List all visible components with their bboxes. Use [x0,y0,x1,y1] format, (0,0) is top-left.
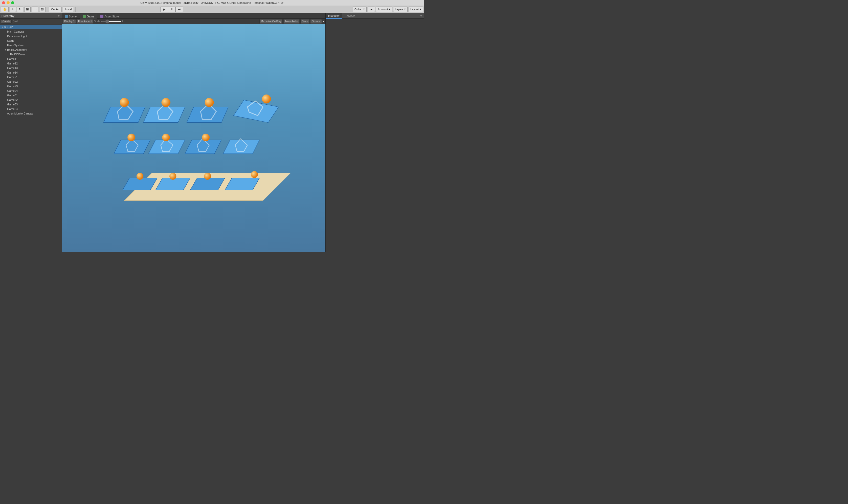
inspector-panel: Inspector Services ▼ [325,13,424,252]
hierarchy-item-game13[interactable]: Game13 [0,66,62,70]
cloud-button[interactable]: ☁ [368,6,375,12]
hierarchy-panel: Hierarchy ▼ Create Q All ▼3DBall*Main Ca… [0,13,62,252]
hierarchy-item-label: Game32 [7,98,18,101]
stats-button[interactable]: Stats [300,19,309,24]
hierarchy-item-game12[interactable]: Game12 [0,61,62,66]
layers-button[interactable]: Layers ▾ [393,6,408,12]
hierarchy-item-game34[interactable]: Game34 [0,107,62,111]
hierarchy-item-label: Directional Light [7,35,27,38]
hierarchy-item-ball3dacademy[interactable]: ▼Ball3DAcademy [0,48,62,52]
arrow-icon: ▼ [4,48,7,51]
pause-button[interactable]: ⏸ [168,6,175,12]
asset-store-icon [100,15,103,18]
collab-label: Collab [354,8,362,11]
aspect-select[interactable]: Free Aspect [77,19,93,24]
inspector-tab-services[interactable]: Services [342,13,358,19]
services-label: Services [344,14,355,17]
layout-label: Layout [410,8,419,11]
game-toolbar-right: Maximize On Play Mute Audio Stats Gizmos… [260,19,324,24]
scene-icon [65,15,68,18]
tab-game-label: Game [87,15,94,18]
hierarchy-item-label: Game14 [7,71,18,74]
hierarchy-header: Hierarchy ▼ [0,13,62,19]
hierarchy-item-game11[interactable]: Game11 [0,57,62,61]
hierarchy-item-directional-light[interactable]: Directional Light [0,34,62,38]
separator-1 [47,7,47,12]
game-toolbar: Display 1 Free Aspect Scale 2x Maximize … [62,19,325,24]
rotate-tool-button[interactable]: ↻ [17,6,23,12]
scale-value: 2x [122,20,125,23]
hierarchy-item-game21[interactable]: Game21 [0,75,62,79]
hierarchy-item-game24[interactable]: Game24 [0,88,62,93]
hierarchy-item-ball3dbrain[interactable]: Ball3DBrain [0,52,62,57]
hierarchy-item-label: AgentMonitorCanvas [7,112,33,115]
maximize-on-play-button[interactable]: Maximize On Play [260,19,283,24]
window-title: Unity 2018.2.1f1 Personal (64bit) - 3DBa… [140,1,283,4]
main-layout: Hierarchy ▼ Create Q All ▼3DBall*Main Ca… [0,13,424,252]
hierarchy-item-stage[interactable]: Stage [0,38,62,43]
hierarchy-item-game14[interactable]: Game14 [0,70,62,75]
hierarchy-item-game22[interactable]: Game22 [0,79,62,84]
hierarchy-item-game31[interactable]: Game31 [0,93,62,97]
rect-tool-button[interactable]: ▭ [32,6,38,12]
mute-audio-button[interactable]: Mute Audio [284,19,299,24]
play-button[interactable]: ▶ [160,6,168,12]
hierarchy-item-label: Stage [7,39,14,42]
scale-slider-input[interactable] [101,21,121,22]
hierarchy-create-button[interactable]: Create [1,19,12,23]
display-select[interactable]: Display 1 [63,19,76,24]
hierarchy-item-eventsystem[interactable]: EventSystem [0,43,62,48]
layers-arrow: ▾ [404,7,406,11]
separator-2 [75,7,76,12]
hierarchy-item-3dball[interactable]: ▼3DBall* [0,25,62,29]
hierarchy-item-label: Game12 [7,62,18,65]
hierarchy-item-label: Ball3DAcademy [7,48,27,51]
hand-tool-button[interactable]: ✋ [1,6,8,12]
svg-point-11 [127,134,135,141]
local-button[interactable]: Local [63,6,74,12]
tab-scene-label: Scene [69,15,76,18]
hierarchy-item-label: EventSystem [7,44,23,47]
collab-button[interactable]: Collab ▾ [353,6,367,12]
hierarchy-item-game32[interactable]: Game32 [0,97,62,102]
transform-tool-button[interactable]: ⊡ [39,6,46,12]
svg-point-4 [170,173,176,180]
tab-game[interactable]: Game [80,14,97,19]
inspector-tab-inspector[interactable]: Inspector [326,13,342,19]
step-button[interactable]: ⏭ [175,6,183,12]
pivot-button[interactable]: Center [49,6,62,12]
hierarchy-item-game23[interactable]: Game23 [0,84,62,88]
maximize-button[interactable] [11,1,14,4]
local-label: Local [65,8,72,11]
tab-asset-store[interactable]: Asset Store [98,14,122,19]
account-button[interactable]: Account ▾ [376,6,392,12]
window-controls[interactable] [2,1,14,4]
close-button[interactable] [2,1,5,4]
hierarchy-toolbar: Create Q All [0,19,62,24]
svg-point-31 [262,94,271,104]
gizmos-button[interactable]: Gizmos [310,19,322,24]
center-area: Scene Game Asset Store Display 1 Free As… [62,13,325,252]
tab-scene[interactable]: Scene [62,14,80,19]
svg-point-14 [162,134,170,141]
hierarchy-item-label: Main Camera [7,30,24,33]
scale-label: Scale [94,20,100,23]
inspector-close[interactable]: ▼ [420,14,424,17]
scene-svg [62,24,325,252]
gizmos-arrow[interactable]: ▾ [323,20,324,23]
minimize-button[interactable] [6,1,10,4]
scale-control: Scale 2x [94,20,125,23]
scale-tool-button[interactable]: ⊞ [24,6,31,12]
move-tool-button[interactable]: ✛ [10,6,16,12]
hierarchy-item-label: Game22 [7,80,18,83]
hierarchy-item-agentmonitorcanvas[interactable]: AgentMonitorCanvas [0,111,62,116]
layout-button[interactable]: Layout ▾ [409,6,423,12]
hierarchy-item-game33[interactable]: Game33 [0,102,62,107]
hierarchy-item-main-camera[interactable]: Main Camera [0,29,62,34]
inspector-content [326,19,424,252]
svg-point-28 [205,98,214,107]
hierarchy-item-label: Game11 [7,57,18,60]
hierarchy-collapse[interactable]: ▼ [57,14,60,17]
tab-asset-store-label: Asset Store [104,15,119,18]
tabs-bar: Scene Game Asset Store [62,13,325,19]
